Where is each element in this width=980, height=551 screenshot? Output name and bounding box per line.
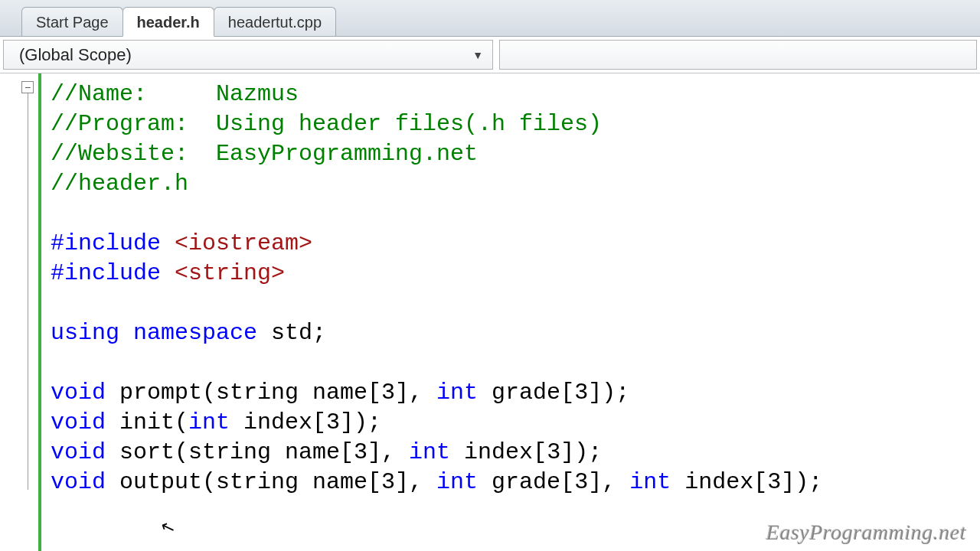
- code-keyword: int: [629, 469, 671, 495]
- code-area[interactable]: //Name: Nazmus //Program: Using header f…: [41, 73, 980, 551]
- code-editor[interactable]: − //Name: Nazmus //Program: Using header…: [0, 73, 980, 551]
- code-keyword: using: [51, 320, 119, 346]
- scope-bar: (Global Scope) ▼: [0, 37, 980, 73]
- code-keyword: namespace: [133, 320, 257, 346]
- code-keyword: void: [51, 409, 106, 435]
- code-text: prompt(string name[3],: [106, 380, 436, 406]
- fold-toggle[interactable]: −: [21, 81, 34, 93]
- code-include-target: <iostream>: [175, 230, 312, 256]
- code-text: index[3]);: [450, 439, 602, 465]
- code-preproc: #include: [51, 230, 175, 256]
- code-include-target: <string>: [175, 260, 285, 286]
- editor-gutter: −: [0, 73, 41, 551]
- code-comment: //Program: Using header files(.h files): [51, 111, 602, 137]
- code-text: [119, 320, 133, 346]
- code-text: grade[3]);: [478, 380, 629, 406]
- code-text: std;: [257, 320, 326, 346]
- code-text: sort(string name[3],: [106, 439, 409, 465]
- fold-guide-line: [28, 93, 28, 490]
- code-text: index[3]);: [671, 469, 822, 495]
- code-keyword: int: [188, 409, 230, 435]
- code-keyword: void: [51, 469, 106, 495]
- code-text: index[3]);: [230, 409, 381, 435]
- code-text: output(string name[3],: [106, 469, 436, 495]
- code-keyword: int: [409, 439, 450, 465]
- tab-headertut-cpp[interactable]: headertut.cpp: [214, 7, 336, 36]
- chevron-down-icon: ▼: [472, 49, 483, 61]
- code-keyword: int: [436, 380, 478, 406]
- watermark-text: EasyProgramming.net: [766, 520, 966, 545]
- code-keyword: int: [436, 469, 478, 495]
- code-text: grade[3],: [478, 469, 629, 495]
- code-comment: //Website: EasyProgramming.net: [51, 141, 478, 167]
- tab-bar: Start Page header.h headertut.cpp: [0, 0, 980, 37]
- scope-dropdown[interactable]: (Global Scope) ▼: [3, 40, 493, 70]
- code-keyword: void: [51, 439, 106, 465]
- code-preproc: #include: [51, 260, 175, 286]
- member-dropdown[interactable]: [499, 40, 977, 70]
- tab-header-h[interactable]: header.h: [122, 7, 214, 37]
- scope-selected-label: (Global Scope): [19, 45, 132, 65]
- code-text: init(: [106, 409, 188, 435]
- code-comment: //header.h: [51, 171, 188, 197]
- tab-start-page[interactable]: Start Page: [21, 7, 123, 36]
- code-comment: //Name: Nazmus: [51, 81, 299, 107]
- code-keyword: void: [51, 380, 106, 406]
